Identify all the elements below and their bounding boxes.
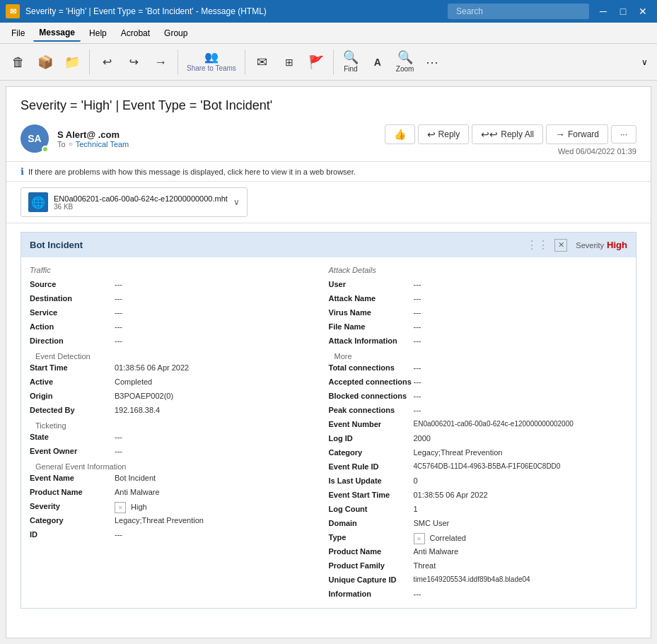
product-name-right-label: Product Name bbox=[329, 547, 414, 556]
chevron-down-icon: ∨ bbox=[233, 197, 240, 207]
archive-button[interactable]: 📦 bbox=[33, 47, 58, 78]
menu-group[interactable]: Group bbox=[158, 25, 193, 41]
more-toolbar-button[interactable]: ··· bbox=[419, 47, 445, 78]
app-icon: ✉ bbox=[6, 4, 20, 18]
avatar: SA bbox=[21, 124, 49, 153]
avatar-initials: SA bbox=[28, 133, 41, 144]
direction-label: Direction bbox=[30, 336, 115, 345]
severity-field-value: ✕ High bbox=[115, 502, 147, 513]
delete-button[interactable]: 🗑 bbox=[6, 47, 31, 78]
reply-icon: ↩ bbox=[427, 129, 436, 140]
domain-row: Domain SMC User bbox=[329, 517, 628, 532]
attack-details-header: Attack Details bbox=[329, 263, 628, 279]
close-button[interactable]: ✕ bbox=[634, 3, 651, 20]
toolbar-sep-2 bbox=[178, 49, 178, 75]
menu-file[interactable]: File bbox=[6, 25, 30, 41]
close-incident-button[interactable]: ✕ bbox=[554, 239, 567, 252]
start-time-value: 01:38:56 06 Apr 2022 bbox=[115, 363, 189, 372]
active-row: Active Completed bbox=[30, 376, 329, 390]
attachment-item[interactable]: 🌐 EN0a006201-ca06-00a0-624c-e12000000000… bbox=[21, 187, 248, 217]
teams-icon: 👥 bbox=[204, 52, 219, 63]
is-last-update-value: 0 bbox=[414, 476, 418, 485]
product-name-right-value: Anti Malware bbox=[414, 547, 459, 556]
source-row: Source --- bbox=[30, 279, 329, 293]
unique-capture-value: time1649205534.iddf89b4a8.blade04 bbox=[414, 575, 530, 583]
id-row: ID --- bbox=[30, 529, 329, 543]
move-icon: 📁 bbox=[64, 56, 80, 69]
virus-name-label: Virus Name bbox=[329, 308, 414, 317]
like-button[interactable]: 👍 bbox=[385, 124, 415, 144]
maximize-button[interactable]: □ bbox=[615, 3, 632, 20]
translate-button[interactable]: A bbox=[365, 47, 390, 78]
accepted-conn-value: --- bbox=[414, 377, 421, 386]
destination-label: Destination bbox=[30, 294, 115, 303]
redo-icon: ↩ bbox=[129, 57, 139, 68]
share-teams-button[interactable]: 👥 Share to Teams bbox=[182, 47, 240, 78]
file-name-label: File Name bbox=[329, 322, 414, 331]
origin-row: Origin B3POAEP002(0) bbox=[30, 390, 329, 404]
menu-help[interactable]: Help bbox=[83, 25, 112, 41]
zoom-button[interactable]: 🔍 Zoom bbox=[392, 47, 419, 78]
undo-button[interactable]: ↩ bbox=[94, 47, 120, 78]
to-recipient[interactable]: Technical Team bbox=[76, 140, 129, 148]
toolbar-sep-1 bbox=[89, 49, 90, 75]
log-count-value: 1 bbox=[414, 505, 418, 513]
forward-label: Forward bbox=[568, 129, 599, 139]
delete-icon: 🗑 bbox=[12, 56, 25, 69]
reply-all-label: Reply All bbox=[501, 129, 534, 139]
reply-button[interactable]: ↩ Reply bbox=[418, 124, 470, 144]
event-rule-id-value: 4C5764DB-11D4-4963-B5BA-F1F06E0C8DD0 bbox=[414, 462, 561, 470]
source-label: Source bbox=[30, 280, 115, 288]
reply-all-button[interactable]: ↩↩ Reply All bbox=[472, 124, 543, 144]
attack-name-label: Attack Name bbox=[329, 294, 414, 303]
flag-button[interactable]: 🚩 bbox=[303, 47, 329, 78]
traffic-section-header: Traffic bbox=[30, 263, 329, 279]
find-label: Find bbox=[344, 65, 357, 73]
email-meta-row: SA S Alert@ .com To ○ Technical Team bbox=[21, 124, 636, 156]
severity-value: High bbox=[607, 240, 627, 250]
toolbar-expand-button[interactable]: ∨ bbox=[637, 47, 651, 78]
flag-icon: 🚩 bbox=[308, 56, 324, 69]
log-id-label: Log ID bbox=[329, 434, 414, 443]
right-column: Attack Details User --- Attack Name --- … bbox=[329, 263, 628, 602]
redo-button[interactable]: ↩ bbox=[121, 47, 146, 78]
find-button[interactable]: 🔍 Find bbox=[338, 47, 364, 78]
minimize-button[interactable]: ─ bbox=[595, 3, 612, 20]
event-rule-id-label: Event Rule ID bbox=[329, 462, 414, 471]
forward-button[interactable]: → Forward bbox=[546, 124, 608, 144]
apps-button[interactable]: ⊞ bbox=[277, 47, 302, 78]
ticketing-header: Ticketing bbox=[30, 418, 329, 431]
apps-icon: ⊞ bbox=[285, 57, 293, 67]
drag-handle-icon[interactable]: ⋮⋮ bbox=[526, 238, 549, 252]
toolbar-sep-3 bbox=[245, 49, 245, 75]
service-value: --- bbox=[115, 308, 122, 317]
move-button[interactable]: 📁 bbox=[59, 47, 85, 78]
product-name-row: Product Name Anti Malware bbox=[30, 486, 329, 500]
general-event-info-header: General Event Information bbox=[30, 459, 329, 472]
menu-acrobat[interactable]: Acrobat bbox=[115, 25, 156, 41]
forward-nav-button[interactable]: → bbox=[148, 47, 173, 78]
event-start-time-label: Event Start Time bbox=[329, 491, 414, 499]
email-button[interactable]: ✉ bbox=[250, 47, 275, 78]
is-last-update-row: Is Last Update 0 bbox=[329, 475, 628, 489]
more-actions-button[interactable]: ··· bbox=[611, 125, 636, 144]
user-label: User bbox=[329, 280, 414, 288]
share-teams-label: Share to Teams bbox=[187, 64, 236, 72]
domain-label: Domain bbox=[329, 519, 414, 527]
event-number-value: EN0a006201-ca06-00a0-624c-e1200000000020… bbox=[414, 420, 574, 428]
action-row: Action --- bbox=[30, 321, 329, 335]
attack-info-value: --- bbox=[414, 336, 421, 345]
domain-value: SMC User bbox=[414, 519, 450, 527]
file-name-value: --- bbox=[414, 322, 421, 331]
search-input[interactable] bbox=[448, 4, 589, 19]
blocked-conn-row: Blocked connections --- bbox=[329, 390, 628, 404]
email-from-name: S Alert@ .com bbox=[57, 129, 129, 140]
unique-capture-label: Unique Capture ID bbox=[329, 575, 414, 584]
info-bar[interactable]: ℹ If there are problems with how this me… bbox=[6, 162, 651, 182]
blocked-conn-label: Blocked connections bbox=[329, 392, 414, 400]
is-last-update-label: Is Last Update bbox=[329, 476, 414, 485]
event-name-row: Event Name Bot Incident bbox=[30, 472, 329, 486]
forward-icon: → bbox=[555, 129, 565, 140]
menu-message[interactable]: Message bbox=[33, 25, 81, 42]
severity-label: Severity bbox=[576, 241, 604, 250]
